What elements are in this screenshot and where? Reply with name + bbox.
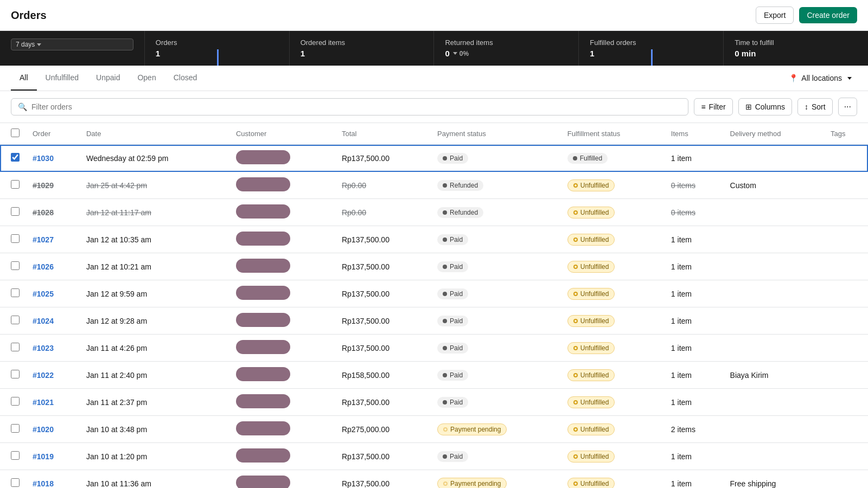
row-checkbox[interactable]	[11, 370, 20, 378]
customer-avatar	[236, 476, 290, 488]
row-checkbox-cell[interactable]	[0, 226, 26, 253]
fulfillment-status-badge: Unfulfilled	[567, 234, 615, 246]
search-input[interactable]	[31, 102, 681, 111]
row-checkbox-cell[interactable]	[0, 389, 26, 416]
tab-unfulfilled[interactable]: Unfulfilled	[37, 66, 87, 91]
row-items: 1 item	[665, 253, 724, 280]
row-order-id[interactable]: #1027	[26, 226, 80, 253]
stats-orders-bar	[217, 49, 219, 66]
period-dropdown[interactable]: 7 days	[11, 38, 133, 50]
order-link[interactable]: #1030	[33, 154, 54, 163]
row-checkbox-cell[interactable]	[0, 416, 26, 443]
row-checkbox-cell[interactable]	[0, 199, 26, 226]
select-all-checkbox[interactable]	[11, 129, 20, 137]
row-checkbox[interactable]	[11, 288, 20, 297]
row-order-id[interactable]: #1021	[26, 389, 80, 416]
fulfillment-status-badge: Unfulfilled	[567, 179, 615, 191]
filter-button[interactable]: ≡ Filter	[694, 98, 732, 115]
row-checkbox-cell[interactable]	[0, 470, 26, 489]
row-total: Rp137,500.00	[335, 335, 431, 362]
customer-avatar	[236, 286, 290, 300]
row-order-id[interactable]: #1019	[26, 443, 80, 470]
row-order-id[interactable]: #1020	[26, 416, 80, 443]
row-checkbox-cell[interactable]	[0, 253, 26, 280]
row-order-id[interactable]: #1030	[26, 145, 80, 172]
location-filter[interactable]: 📍 All locations	[783, 70, 857, 86]
fulfillment-status-dot	[573, 454, 578, 459]
row-order-id[interactable]: #1018	[26, 470, 80, 489]
row-checkbox-cell[interactable]	[0, 307, 26, 335]
payment-status-dot	[443, 346, 447, 350]
order-link[interactable]: #1020	[33, 425, 54, 434]
orders-table-container: Order Date Customer Total Payment status…	[0, 123, 868, 488]
search-box[interactable]: 🔍	[11, 98, 688, 115]
row-checkbox[interactable]	[11, 180, 20, 189]
order-link[interactable]: #1018	[33, 479, 54, 488]
row-tags	[824, 470, 868, 489]
row-checkbox[interactable]	[11, 451, 20, 460]
row-checkbox[interactable]	[11, 316, 20, 324]
row-checkbox[interactable]	[11, 424, 20, 433]
order-link[interactable]: #1029	[33, 181, 54, 190]
row-total: Rp137,500.00	[335, 253, 431, 280]
row-order-id[interactable]: #1028	[26, 199, 80, 226]
row-order-id[interactable]: #1029	[26, 172, 80, 199]
payment-status-dot	[443, 237, 447, 242]
tab-all[interactable]: All	[11, 66, 37, 91]
tab-unpaid[interactable]: Unpaid	[87, 66, 129, 91]
row-delivery	[724, 199, 824, 226]
columns-button[interactable]: ⊞ Columns	[738, 98, 792, 115]
row-items: 1 item	[665, 362, 724, 389]
col-fulfillment-status: Fulfillment status	[561, 123, 665, 145]
row-checkbox-cell[interactable]	[0, 362, 26, 389]
search-icon: 🔍	[18, 102, 27, 111]
export-button[interactable]: Export	[756, 7, 794, 24]
fulfillment-status-dot	[573, 373, 578, 377]
order-link[interactable]: #1025	[33, 290, 54, 298]
row-order-id[interactable]: #1026	[26, 253, 80, 280]
order-link[interactable]: #1028	[33, 208, 54, 217]
order-link[interactable]: #1024	[33, 317, 54, 325]
row-checkbox[interactable]	[11, 397, 20, 406]
table-row: #1025 Jan 12 at 9:59 am Rp137,500.00 Pai…	[0, 280, 868, 307]
stats-ordered-items: Ordered items 1	[290, 31, 435, 66]
order-link[interactable]: #1026	[33, 262, 54, 271]
row-checkbox-cell[interactable]	[0, 172, 26, 199]
row-checkbox-cell[interactable]	[0, 280, 26, 307]
row-order-id[interactable]: #1022	[26, 362, 80, 389]
row-checkbox-cell[interactable]	[0, 335, 26, 362]
row-items: 2 items	[665, 416, 724, 443]
customer-avatar	[236, 177, 290, 191]
row-fulfillment-status: Unfulfilled	[561, 416, 665, 443]
row-order-id[interactable]: #1025	[26, 280, 80, 307]
order-link[interactable]: #1019	[33, 452, 54, 461]
row-date: Jan 12 at 9:59 am	[80, 280, 229, 307]
payment-status-dot	[443, 373, 447, 377]
col-items: Items	[665, 123, 724, 145]
fulfillment-status-badge: Unfulfilled	[567, 423, 615, 435]
order-link[interactable]: #1027	[33, 235, 54, 244]
sort-button[interactable]: ↕ Sort	[797, 98, 833, 115]
row-checkbox[interactable]	[11, 343, 20, 351]
row-checkbox[interactable]	[11, 153, 20, 162]
customer-avatar	[236, 232, 290, 246]
select-all-header[interactable]	[0, 123, 26, 145]
row-order-id[interactable]: #1024	[26, 307, 80, 335]
order-link[interactable]: #1021	[33, 398, 54, 407]
order-link[interactable]: #1022	[33, 371, 54, 380]
row-order-id[interactable]: #1023	[26, 335, 80, 362]
row-checkbox-cell[interactable]	[0, 443, 26, 470]
row-checkbox[interactable]	[11, 234, 20, 243]
more-options-button[interactable]: ···	[838, 98, 857, 116]
row-payment-status: Paid	[431, 335, 561, 362]
row-checkbox[interactable]	[11, 261, 20, 270]
create-order-button[interactable]: Create order	[799, 7, 857, 23]
tab-open[interactable]: Open	[129, 66, 164, 91]
order-link[interactable]: #1023	[33, 344, 54, 352]
tab-closed[interactable]: Closed	[165, 66, 206, 91]
customer-avatar	[236, 421, 290, 435]
row-checkbox-cell[interactable]	[0, 145, 26, 172]
row-checkbox[interactable]	[11, 478, 20, 487]
fulfillment-status-badge: Unfulfilled	[567, 369, 615, 381]
row-checkbox[interactable]	[11, 207, 20, 216]
